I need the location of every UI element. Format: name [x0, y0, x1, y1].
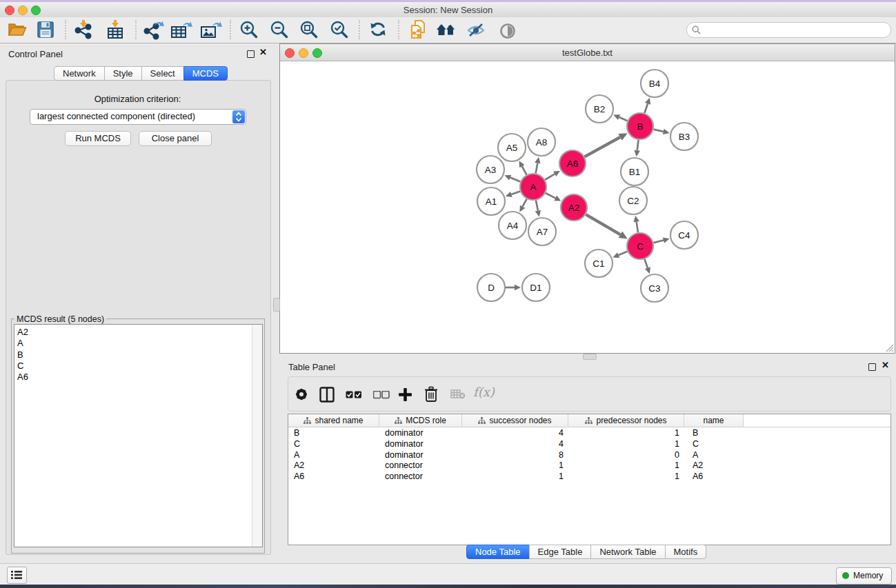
graph-node-A[interactable]: A: [520, 174, 546, 200]
delete-row-icon[interactable]: [424, 386, 438, 403]
graph-node-D1[interactable]: D1: [522, 274, 550, 301]
graph-node-A2[interactable]: A2: [561, 194, 587, 221]
table-cell[interactable]: 4: [462, 428, 568, 439]
column-header-MCDS-role[interactable]: MCDS role: [379, 414, 462, 427]
table-cell[interactable]: 8: [462, 450, 568, 461]
table-cell[interactable]: A6: [684, 472, 744, 483]
table-cell[interactable]: A6: [288, 472, 379, 483]
graph-node-B4[interactable]: B4: [641, 70, 668, 97]
graph-node-B2[interactable]: B2: [586, 95, 613, 123]
table-cell[interactable]: connector: [379, 460, 462, 472]
graph-node-A1[interactable]: A1: [477, 187, 505, 215]
table-cell[interactable]: A: [288, 450, 379, 461]
search-field[interactable]: [686, 22, 891, 38]
tab-style[interactable]: Style: [104, 66, 142, 81]
column-header-successor-nodes[interactable]: successor nodes: [462, 414, 568, 427]
edge-A-A7[interactable]: [535, 201, 541, 217]
graph-node-C2[interactable]: C2: [619, 187, 647, 214]
table-cell[interactable]: 0: [568, 450, 684, 461]
table-cell[interactable]: B: [684, 428, 744, 439]
graph-canvas[interactable]: B4B2BB3A8A5A6A3B1AC2A1A2A4A7C4CC1DD1C3: [280, 61, 895, 353]
graph-node-C[interactable]: C: [627, 233, 653, 259]
tab-select[interactable]: Select: [141, 66, 184, 81]
edge-A-A3[interactable]: [504, 175, 520, 182]
table-cell[interactable]: A2: [288, 460, 379, 472]
table-cell[interactable]: C: [684, 439, 744, 450]
tab-edge-table[interactable]: Edge Table: [529, 545, 592, 559]
graph-node-A4[interactable]: A4: [499, 212, 526, 239]
table-cell[interactable]: dominator: [379, 439, 462, 450]
result-item[interactable]: B: [17, 349, 28, 361]
graph-node-B3[interactable]: B3: [670, 123, 698, 150]
graph-node-C4[interactable]: C4: [670, 221, 698, 249]
table-cell[interactable]: 1: [568, 472, 684, 483]
gear-icon[interactable]: [294, 387, 309, 402]
tab-network-table[interactable]: Network Table: [590, 545, 665, 559]
edge-A-A8[interactable]: [535, 157, 540, 174]
graph-node-A7[interactable]: A7: [528, 218, 556, 245]
graph-node-C1[interactable]: C1: [585, 250, 613, 277]
table-cell[interactable]: B: [288, 428, 379, 439]
graph-node-B[interactable]: B: [627, 113, 653, 139]
table-cell[interactable]: C: [288, 439, 379, 450]
result-item[interactable]: C: [17, 361, 28, 372]
export-network-icon[interactable]: [143, 19, 165, 40]
float-panel-icon[interactable]: [247, 50, 255, 58]
import-network-icon[interactable]: [73, 19, 94, 40]
table-cell[interactable]: 1: [462, 472, 568, 483]
copy-network-icon[interactable]: [408, 19, 429, 41]
panel-selector-button[interactable]: [7, 567, 27, 584]
dropdown-stepper[interactable]: [232, 110, 245, 123]
refresh-icon[interactable]: [368, 20, 388, 39]
table-cell[interactable]: dominator: [379, 450, 462, 461]
table-row[interactable]: A2connector11A2: [288, 460, 890, 472]
columns-icon[interactable]: [319, 387, 335, 403]
open-session-icon[interactable]: [7, 20, 28, 39]
import-table-icon[interactable]: [105, 19, 126, 40]
app-titlebar[interactable]: Session: New Session: [0, 2, 896, 18]
result-item[interactable]: A2: [17, 327, 28, 338]
horizontal-splitter-handle[interactable]: [583, 354, 597, 360]
zoom-fit-icon[interactable]: [299, 20, 319, 39]
graph-node-B1[interactable]: B1: [621, 158, 648, 185]
edge-A-A4[interactable]: [519, 199, 526, 212]
table-cell[interactable]: 1: [568, 439, 684, 450]
edge-C-C2[interactable]: [633, 216, 639, 232]
edge-A2-C[interactable]: [586, 214, 628, 239]
close-panel-button[interactable]: Close panel: [139, 131, 212, 146]
table-cell[interactable]: 1: [568, 460, 684, 472]
table-row[interactable]: Bdominator41B: [288, 428, 890, 439]
mcds-result-list[interactable]: A2ABCA6: [14, 324, 263, 547]
table-cell[interactable]: connector: [379, 472, 462, 483]
edge-B-B4[interactable]: [644, 98, 650, 113]
edge-A-A2[interactable]: [546, 193, 561, 201]
graph-node-D[interactable]: D: [477, 274, 505, 301]
tab-mcds[interactable]: MCDS: [183, 66, 228, 81]
edge-B-B2[interactable]: [613, 114, 627, 121]
graph-node-A8[interactable]: A8: [528, 128, 555, 156]
contrast-icon[interactable]: [499, 22, 517, 40]
result-item[interactable]: A: [17, 338, 28, 349]
edge-D-D1[interactable]: [506, 285, 521, 291]
table-cell[interactable]: A2: [684, 460, 744, 472]
tab-motifs[interactable]: Motifs: [665, 545, 707, 559]
edge-C-C1[interactable]: [613, 252, 627, 258]
table-cell[interactable]: dominator: [379, 428, 462, 439]
table-row[interactable]: Adominator80A: [288, 450, 890, 461]
edge-B-B1[interactable]: [635, 140, 640, 156]
graph-node-A3[interactable]: A3: [477, 156, 504, 183]
select-all-icon[interactable]: [346, 391, 362, 399]
table-row[interactable]: Cdominator41C: [288, 439, 890, 450]
zoom-selected-icon[interactable]: [330, 20, 349, 39]
export-table-icon[interactable]: [169, 19, 192, 40]
tab-node-table[interactable]: Node Table: [466, 545, 530, 559]
export-image-icon[interactable]: [199, 19, 222, 40]
delete-table-icon[interactable]: [450, 389, 466, 401]
edge-A-A6[interactable]: [545, 171, 560, 180]
graph-node-A5[interactable]: A5: [498, 134, 526, 161]
add-row-icon[interactable]: [398, 387, 412, 402]
table-row[interactable]: A6connector11A6: [288, 472, 890, 483]
deselect-all-icon[interactable]: [373, 391, 390, 399]
hide-details-icon[interactable]: [466, 21, 487, 39]
edge-A-A5[interactable]: [519, 161, 527, 174]
